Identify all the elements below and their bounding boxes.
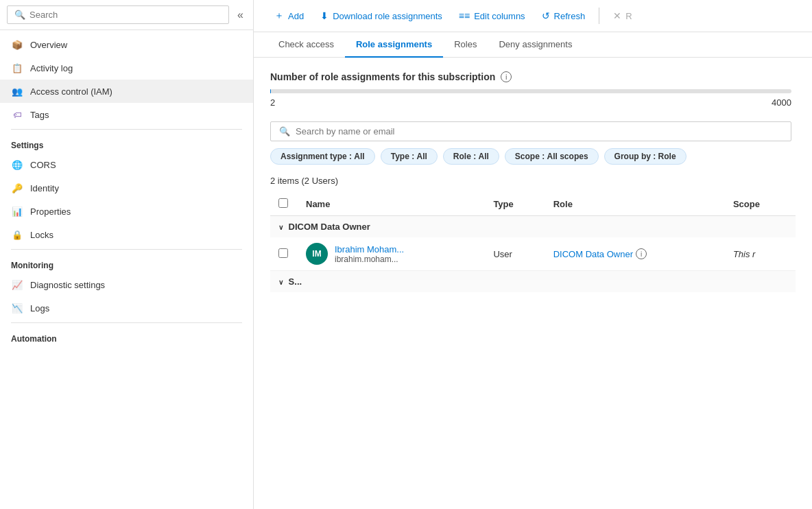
group-chevron-icon[interactable]: ∨ — [278, 224, 283, 231]
sidebar-item-access-control[interactable]: 👥 Access control (IAM) — [0, 80, 253, 103]
assignments-info-icon[interactable]: i — [501, 71, 512, 82]
access-control-icon: 👥 — [11, 85, 23, 97]
automation-divider — [11, 322, 242, 323]
filter-chip-group-by[interactable]: Group by : Role — [604, 148, 686, 165]
group-row-label: ∨ DICOM Data Owner — [270, 216, 796, 238]
tab-bar: Check access Role assignments Roles Deny… — [254, 32, 812, 58]
filter-chip-group-by-label: Group by : Role — [614, 152, 676, 161]
row-name-cell: IM Ibrahim Moham... ibrahim.moham... — [298, 237, 485, 271]
download-button[interactable]: ⬇ Download role assignments — [313, 6, 449, 25]
logs-icon: 📉 — [11, 302, 23, 314]
select-all-checkbox[interactable] — [278, 198, 288, 208]
tab-deny-assignments-label: Deny assignments — [499, 39, 572, 49]
avatar: IM — [306, 243, 328, 265]
role-link[interactable]: DICOM Data Owner i — [553, 248, 717, 259]
scope-value: This r — [733, 249, 756, 259]
filter-chip-role[interactable]: Role : All — [443, 148, 499, 165]
filter-chips: Assignment type : All Type : All Role : … — [270, 148, 796, 165]
group-s-chevron-icon[interactable]: ∨ — [278, 279, 283, 286]
overview-icon: 📦 — [11, 38, 23, 51]
sidebar-item-label-identity: Identity — [30, 183, 59, 193]
edit-columns-icon: ≡≡ — [459, 10, 470, 21]
monitoring-divider — [11, 249, 242, 250]
col-checkbox — [270, 193, 298, 216]
avatar-initials: IM — [312, 249, 321, 259]
sidebar-item-label-locks: Locks — [30, 230, 53, 240]
tab-roles-label: Roles — [454, 39, 477, 49]
user-name-link[interactable]: Ibrahim Moham... — [335, 244, 404, 254]
filter-chip-assignment-type-value: All — [354, 152, 364, 161]
filter-chip-scope[interactable]: Scope : All scopes — [505, 148, 599, 165]
sidebar-item-identity[interactable]: 🔑 Identity — [0, 176, 253, 200]
sidebar-item-diagnostic-settings[interactable]: 📈 Diagnostic settings — [0, 273, 253, 296]
filter-chip-assignment-type[interactable]: Assignment type : All — [270, 148, 375, 165]
role-assignments-table: Name Type Role Scope ∨ DICOM Data Owner — [270, 193, 796, 292]
tab-role-assignments[interactable]: Role assignments — [345, 32, 443, 58]
filter-chip-scope-label: Scope : All scopes — [515, 152, 588, 161]
row-role-cell: DICOM Data Owner i — [545, 237, 725, 271]
add-button[interactable]: ＋ Add — [267, 5, 311, 26]
sidebar: 🔍 « 📦 Overview 📋 Activity log 👥 Access c… — [0, 0, 254, 509]
cors-icon: 🌐 — [11, 158, 23, 171]
sidebar-item-locks[interactable]: 🔒 Locks — [0, 223, 253, 246]
sidebar-search-box[interactable]: 🔍 — [7, 5, 229, 24]
monitoring-section-header: Monitoring — [0, 252, 253, 273]
filter-chip-group-by-value: Role — [658, 152, 676, 161]
filter-chip-assignment-type-label: Assignment type : All — [280, 152, 365, 161]
sidebar-item-label-tags: Tags — [30, 110, 49, 120]
user-email: ibrahim.moham... — [335, 254, 404, 264]
remove-icon: ✕ — [613, 10, 621, 21]
col-role[interactable]: Role — [545, 193, 725, 216]
toolbar: ＋ Add ⬇ Download role assignments ≡≡ Edi… — [254, 0, 812, 32]
sidebar-item-label-cors: CORS — [30, 160, 56, 170]
progress-bar-container — [270, 89, 791, 93]
tab-check-access[interactable]: Check access — [267, 32, 345, 58]
content-area: Number of role assignments for this subs… — [254, 58, 812, 509]
automation-section-header: Automation — [0, 326, 253, 346]
sidebar-item-properties[interactable]: 📊 Properties — [0, 200, 253, 223]
tab-deny-assignments[interactable]: Deny assignments — [488, 32, 583, 58]
refresh-label: Refresh — [554, 11, 586, 21]
search-filter-icon: 🔍 — [279, 126, 290, 137]
col-scope[interactable]: Scope — [725, 193, 796, 216]
row-checkbox[interactable] — [278, 248, 288, 258]
collapse-sidebar-button[interactable]: « — [235, 6, 246, 24]
table-row: IM Ibrahim Moham... ibrahim.moham... Use… — [270, 237, 796, 271]
col-name[interactable]: Name — [298, 193, 485, 216]
search-icon: 🔍 — [14, 10, 25, 20]
sidebar-item-label-access-control: Access control (IAM) — [30, 86, 112, 97]
search-filter-input-box[interactable]: 🔍 — [270, 121, 791, 141]
sidebar-search-input[interactable] — [29, 10, 222, 20]
edit-columns-button[interactable]: ≡≡ Edit columns — [452, 6, 532, 25]
search-filter-field[interactable] — [296, 126, 783, 137]
diagnostic-icon: 📈 — [11, 279, 23, 291]
sidebar-item-tags[interactable]: 🏷 Tags — [0, 103, 253, 126]
locks-icon: 🔒 — [11, 228, 23, 241]
sidebar-item-cors[interactable]: 🌐 CORS — [0, 153, 253, 176]
sidebar-item-logs[interactable]: 📉 Logs — [0, 296, 253, 320]
sidebar-item-activity-log[interactable]: 📋 Activity log — [0, 56, 253, 80]
col-type[interactable]: Type — [485, 193, 545, 216]
search-filter-row: 🔍 — [270, 121, 796, 141]
current-count: 2 — [270, 97, 275, 108]
remove-button[interactable]: ✕ R — [606, 6, 638, 25]
table-header: Name Type Role Scope — [270, 193, 796, 216]
filter-chip-type[interactable]: Type : All — [381, 148, 438, 165]
filter-chip-type-label: Type : All — [391, 152, 427, 161]
items-count: 2 items (2 Users) — [270, 176, 796, 186]
identity-icon: 🔑 — [11, 182, 23, 194]
tab-role-assignments-label: Role assignments — [356, 39, 432, 49]
sidebar-item-overview[interactable]: 📦 Overview — [0, 33, 253, 56]
table-container: Name Type Role Scope ∨ DICOM Data Owner — [270, 193, 796, 292]
edit-columns-label: Edit columns — [474, 11, 525, 21]
refresh-button[interactable]: ↺ Refresh — [535, 6, 593, 25]
tab-roles[interactable]: Roles — [443, 32, 488, 58]
toolbar-separator — [599, 8, 599, 24]
sidebar-item-label-overview: Overview — [30, 40, 67, 50]
group-row-dicom-data-owner: ∨ DICOM Data Owner — [270, 216, 796, 238]
role-info-icon[interactable]: i — [636, 248, 647, 259]
properties-icon: 📊 — [11, 205, 23, 217]
filter-chip-role-value: All — [479, 152, 489, 161]
sidebar-item-label-diagnostic: Diagnostic settings — [30, 280, 105, 290]
tags-icon: 🏷 — [11, 108, 23, 121]
